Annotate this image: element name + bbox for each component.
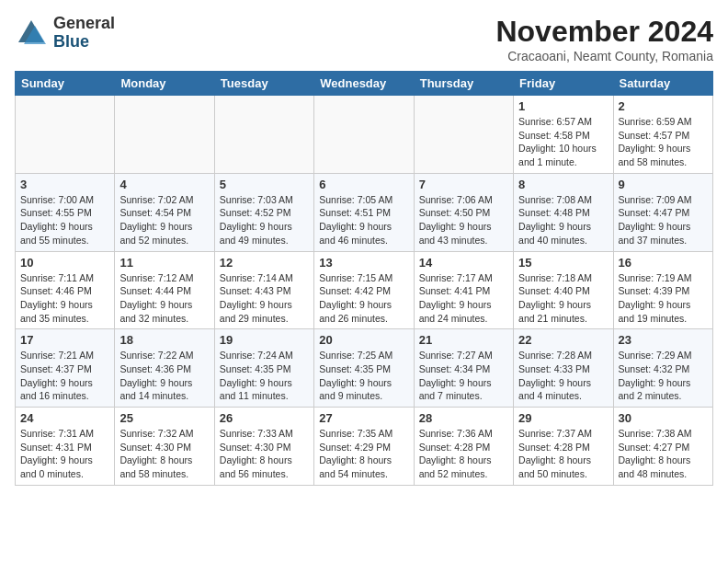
calendar-cell-w2-d3: 5Sunrise: 7:03 AM Sunset: 4:52 PM Daylig… [214,173,313,251]
header-sunday: Sunday [16,72,115,96]
day-number: 20 [319,333,408,347]
calendar-cell-w1-d5 [414,96,513,174]
day-info: Sunrise: 7:29 AM Sunset: 4:32 PM Dayligh… [619,349,708,403]
day-info: Sunrise: 7:24 AM Sunset: 4:35 PM Dayligh… [220,349,309,403]
day-number: 11 [119,256,209,270]
month-title: November 2024 [495,15,713,49]
logo-icon [15,17,48,50]
calendar-cell-w2-d4: 6Sunrise: 7:05 AM Sunset: 4:51 PM Daylig… [314,173,414,251]
day-info: Sunrise: 7:15 AM Sunset: 4:42 PM Dayligh… [319,271,408,326]
calendar-cell-w2-d5: 7Sunrise: 7:06 AM Sunset: 4:50 PM Daylig… [414,173,513,251]
day-number: 6 [319,178,408,191]
day-number: 17 [20,333,109,347]
week-row-3: 10Sunrise: 7:11 AM Sunset: 4:46 PM Dayli… [16,251,713,329]
day-number: 13 [319,256,408,270]
day-number: 29 [518,411,608,425]
day-info: Sunrise: 7:18 AM Sunset: 4:40 PM Dayligh… [518,271,608,326]
calendar-cell-w5-d6: 29Sunrise: 7:37 AM Sunset: 4:28 PM Dayli… [514,408,613,486]
calendar-cell-w4-d6: 22Sunrise: 7:28 AM Sunset: 4:33 PM Dayli… [514,329,613,408]
calendar-cell-w2-d1: 3Sunrise: 7:00 AM Sunset: 4:55 PM Daylig… [16,173,115,251]
logo: General Blue [15,15,115,52]
week-row-2: 3Sunrise: 7:00 AM Sunset: 4:55 PM Daylig… [16,173,713,251]
calendar-cell-w4-d2: 18Sunrise: 7:22 AM Sunset: 4:36 PM Dayli… [115,329,214,408]
title-area: November 2024 Cracaoani, Neamt County, R… [495,15,713,63]
day-number: 30 [619,411,708,425]
calendar-cell-w2-d2: 4Sunrise: 7:02 AM Sunset: 4:54 PM Daylig… [115,173,214,251]
day-number: 12 [220,256,309,270]
calendar-cell-w5-d7: 30Sunrise: 7:38 AM Sunset: 4:27 PM Dayli… [613,408,712,486]
header-thursday: Thursday [414,72,513,96]
day-number: 26 [220,411,309,425]
day-info: Sunrise: 7:27 AM Sunset: 4:34 PM Dayligh… [419,349,508,403]
calendar-cell-w4-d7: 23Sunrise: 7:29 AM Sunset: 4:32 PM Dayli… [613,329,712,408]
day-info: Sunrise: 7:25 AM Sunset: 4:35 PM Dayligh… [319,349,408,403]
day-info: Sunrise: 7:37 AM Sunset: 4:28 PM Dayligh… [518,427,608,481]
day-info: Sunrise: 7:11 AM Sunset: 4:46 PM Dayligh… [20,271,109,326]
day-number: 18 [119,333,209,347]
day-number: 19 [220,333,309,347]
day-info: Sunrise: 7:12 AM Sunset: 4:44 PM Dayligh… [119,271,209,326]
calendar-cell-w1-d1 [16,96,115,174]
logo-blue: Blue [53,32,89,51]
day-info: Sunrise: 7:19 AM Sunset: 4:39 PM Dayligh… [619,271,708,326]
day-info: Sunrise: 7:36 AM Sunset: 4:28 PM Dayligh… [419,427,508,481]
calendar-cell-w4-d5: 21Sunrise: 7:27 AM Sunset: 4:34 PM Dayli… [414,329,513,408]
day-number: 3 [20,178,109,191]
day-number: 7 [419,178,508,191]
day-info: Sunrise: 7:38 AM Sunset: 4:27 PM Dayligh… [619,427,708,481]
day-number: 14 [419,256,508,270]
day-info: Sunrise: 7:03 AM Sunset: 4:52 PM Dayligh… [220,193,309,247]
calendar-cell-w3-d4: 13Sunrise: 7:15 AM Sunset: 4:42 PM Dayli… [314,251,414,329]
day-info: Sunrise: 7:05 AM Sunset: 4:51 PM Dayligh… [319,193,408,247]
day-number: 23 [619,333,708,347]
calendar-cell-w5-d1: 24Sunrise: 7:31 AM Sunset: 4:31 PM Dayli… [16,408,115,486]
day-number: 1 [518,99,608,113]
calendar-cell-w1-d2 [115,96,214,174]
day-number: 15 [518,256,608,270]
day-info: Sunrise: 7:00 AM Sunset: 4:55 PM Dayligh… [20,193,109,247]
day-info: Sunrise: 7:31 AM Sunset: 4:31 PM Dayligh… [20,427,109,481]
day-number: 28 [419,411,508,425]
calendar-cell-w4-d4: 20Sunrise: 7:25 AM Sunset: 4:35 PM Dayli… [314,329,414,408]
calendar-cell-w4-d3: 19Sunrise: 7:24 AM Sunset: 4:35 PM Dayli… [214,329,313,408]
calendar-cell-w2-d6: 8Sunrise: 7:08 AM Sunset: 4:48 PM Daylig… [514,173,613,251]
calendar-cell-w4-d1: 17Sunrise: 7:21 AM Sunset: 4:37 PM Dayli… [16,329,115,408]
week-row-5: 24Sunrise: 7:31 AM Sunset: 4:31 PM Dayli… [16,408,713,486]
day-number: 8 [518,178,608,191]
day-info: Sunrise: 7:08 AM Sunset: 4:48 PM Dayligh… [518,193,608,247]
calendar: Sunday Monday Tuesday Wednesday Thursday… [15,71,713,486]
calendar-cell-w3-d5: 14Sunrise: 7:17 AM Sunset: 4:41 PM Dayli… [414,251,513,329]
calendar-cell-w5-d3: 26Sunrise: 7:33 AM Sunset: 4:30 PM Dayli… [214,408,313,486]
day-number: 21 [419,333,508,347]
day-number: 4 [119,178,209,191]
calendar-cell-w3-d1: 10Sunrise: 7:11 AM Sunset: 4:46 PM Dayli… [16,251,115,329]
day-info: Sunrise: 7:35 AM Sunset: 4:29 PM Dayligh… [319,427,408,481]
calendar-cell-w3-d3: 12Sunrise: 7:14 AM Sunset: 4:43 PM Dayli… [214,251,313,329]
day-info: Sunrise: 7:17 AM Sunset: 4:41 PM Dayligh… [419,271,508,326]
calendar-cell-w5-d2: 25Sunrise: 7:32 AM Sunset: 4:30 PM Dayli… [115,408,214,486]
day-info: Sunrise: 7:21 AM Sunset: 4:37 PM Dayligh… [20,349,109,403]
day-number: 10 [20,256,109,270]
calendar-cell-w5-d5: 28Sunrise: 7:36 AM Sunset: 4:28 PM Dayli… [414,408,513,486]
day-number: 16 [619,256,708,270]
weekday-header-row: Sunday Monday Tuesday Wednesday Thursday… [16,72,713,96]
calendar-cell-w3-d2: 11Sunrise: 7:12 AM Sunset: 4:44 PM Dayli… [115,251,214,329]
week-row-1: 1Sunrise: 6:57 AM Sunset: 4:58 PM Daylig… [16,96,713,174]
calendar-cell-w3-d7: 16Sunrise: 7:19 AM Sunset: 4:39 PM Dayli… [613,251,712,329]
day-info: Sunrise: 7:22 AM Sunset: 4:36 PM Dayligh… [119,349,209,403]
logo-general: General [53,14,115,32]
day-number: 25 [119,411,209,425]
day-number: 27 [319,411,408,425]
header-saturday: Saturday [613,72,712,96]
calendar-cell-w5-d4: 27Sunrise: 7:35 AM Sunset: 4:29 PM Dayli… [314,408,414,486]
header: General Blue November 2024 Cracaoani, Ne… [15,15,713,63]
calendar-cell-w3-d6: 15Sunrise: 7:18 AM Sunset: 4:40 PM Dayli… [514,251,613,329]
logo-text: General Blue [53,15,115,52]
calendar-cell-w1-d7: 2Sunrise: 6:59 AM Sunset: 4:57 PM Daylig… [613,96,712,174]
day-number: 9 [619,178,708,191]
header-wednesday: Wednesday [314,72,414,96]
day-number: 24 [20,411,109,425]
day-info: Sunrise: 6:57 AM Sunset: 4:58 PM Dayligh… [518,115,608,169]
day-info: Sunrise: 7:14 AM Sunset: 4:43 PM Dayligh… [220,271,309,326]
calendar-cell-w2-d7: 9Sunrise: 7:09 AM Sunset: 4:47 PM Daylig… [613,173,712,251]
